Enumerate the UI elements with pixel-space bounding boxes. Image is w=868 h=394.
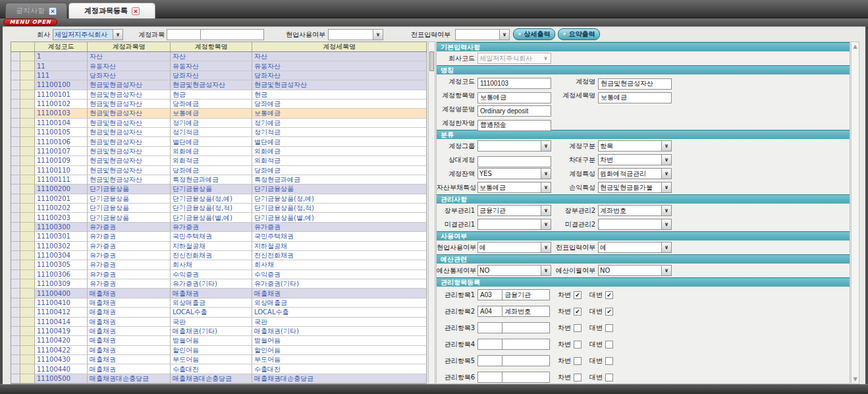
mgmt-name-input[interactable] — [502, 339, 550, 350]
credit-checkbox[interactable]: ✔ — [605, 308, 613, 316]
mgmt-code-input[interactable] — [477, 289, 502, 300]
mgmt-name-input[interactable] — [502, 372, 550, 383]
tab-close-icon[interactable]: × — [132, 7, 140, 15]
credit-checkbox[interactable] — [605, 374, 613, 381]
mgmt-code-input[interactable] — [477, 372, 502, 383]
계정명-input[interactable] — [598, 78, 672, 90]
table-row[interactable]: 11100304유가증권전신전화채권전신전화채권 — [11, 251, 427, 260]
손익특성-select[interactable]: 현금및현금등가물∨ — [598, 182, 672, 193]
debit-checkbox[interactable] — [574, 324, 582, 332]
tab-account-register[interactable]: 계정과목등록× — [68, 3, 155, 18]
mgmt-name-input[interactable] — [502, 355, 550, 366]
credit-checkbox[interactable] — [605, 357, 613, 365]
account-name-input[interactable] — [200, 29, 264, 40]
debit-checkbox[interactable] — [574, 341, 582, 349]
table-row[interactable]: 11100412매출채권LOCAL수출LOCAL수출 — [11, 308, 427, 317]
table-cell: 11100106 — [35, 137, 88, 146]
slip-entry-select[interactable]: ∨ — [455, 29, 510, 40]
mgmt-code-input[interactable] — [477, 322, 502, 333]
table-row[interactable]: 11100104현금및현금성자산정기예금정기예금 — [11, 119, 427, 128]
debit-checkbox[interactable]: ✔ — [574, 291, 582, 299]
차대구분-select[interactable]: 차변∨ — [598, 154, 672, 165]
table-row[interactable]: 11100102현금및현금성자산당좌예금당좌예금 — [11, 99, 427, 109]
company-select[interactable]: 제일저지주식회사 ∨ — [53, 29, 123, 40]
table-row[interactable]: 11100419매출채권매출채권(기타)매출채권(기타) — [11, 327, 427, 336]
table-row[interactable]: 11100500매출채권대손충당금매출채권대손충당금매출채권대손충당금 — [11, 374, 427, 383]
table-scrollbar[interactable] — [428, 42, 435, 384]
table-row[interactable]: 11100201단기금융상품단기금융상품(정,예)단기금융상품(정,예) — [11, 194, 427, 204]
table-row[interactable]: 11100109현금및현금성자산외화적금외화적금 — [11, 156, 427, 165]
table-row[interactable]: 11100430매출채권부도어음부도어음 — [11, 355, 427, 364]
table-row[interactable]: 11100422매출채권할인어음할인어음 — [11, 346, 427, 355]
table-row[interactable]: 11100103현금및현금성자산보통예금보통예금 — [11, 109, 427, 118]
table-row[interactable]: 111당좌자산당좌자산당좌자산 — [11, 71, 427, 80]
scrollbar-thumb[interactable] — [429, 51, 434, 71]
detail-print-button[interactable]: 상세출력 — [513, 28, 555, 40]
debit-checkbox[interactable] — [574, 357, 582, 365]
table-row[interactable]: 11100420매출채권받을어음받을어음 — [11, 336, 427, 345]
계정코드-input[interactable] — [477, 78, 551, 89]
mgmt-code-input[interactable] — [477, 339, 502, 350]
계정영문명-input[interactable] — [477, 105, 551, 117]
예산이월여부-select[interactable]: NO∨ — [598, 265, 672, 276]
table-row[interactable]: 11100300유가증권유가증권유가증권 — [11, 223, 427, 232]
mgmt-name-input[interactable] — [502, 306, 550, 317]
credit-checkbox[interactable] — [605, 341, 613, 349]
mgmt-name-input[interactable] — [502, 322, 550, 333]
debit-checkbox[interactable] — [574, 374, 582, 381]
table-row[interactable]: 11100400매출채권매출채권매출채권 — [11, 289, 427, 298]
현업사용여부-select[interactable]: 예∨ — [477, 242, 551, 253]
전표입력여부-select[interactable]: 예∨ — [598, 242, 672, 253]
table-row[interactable]: 1자산자산자산 — [11, 52, 427, 61]
계정구분-select[interactable]: 항목∨ — [598, 140, 672, 152]
table-row[interactable]: 11100305유가증권회사채회사채 — [11, 260, 427, 269]
장부관리2-select[interactable]: 계좌번호∨ — [598, 205, 672, 216]
table-row[interactable]: 11100410매출채권외상매출금외상매출금 — [11, 298, 427, 308]
table-row[interactable]: 11100306유가증권수익증권수익증권 — [11, 270, 427, 279]
table-row[interactable]: 11100414매출채권국판국판 — [11, 318, 427, 327]
장부관리1-select[interactable]: 금융기관∨ — [477, 205, 551, 216]
tab-notice[interactable]: 공지사항× — [5, 3, 67, 18]
table-row[interactable]: 11100440매출채권수출대전수출대전 — [11, 364, 427, 374]
table-row[interactable]: 11유동자산유동자산유동자산 — [11, 61, 427, 70]
panel-scrollbar[interactable]: ▲ ▼ — [851, 42, 859, 384]
scroll-down-icon[interactable]: ▼ — [852, 376, 859, 382]
account-code-input[interactable] — [167, 29, 201, 40]
table-row[interactable]: 11100100현금및현금성자산현금및현금성자산현금및현금성자산 — [11, 80, 427, 90]
table-row[interactable]: 11100101현금및현금성자산현금현금 — [11, 90, 427, 99]
mgmt-name-input[interactable] — [502, 289, 550, 300]
summary-print-button[interactable]: 요약출력 — [558, 28, 600, 40]
상대계정-input[interactable] — [477, 156, 551, 167]
debit-checkbox[interactable]: ✔ — [574, 308, 582, 316]
계정특성-select[interactable]: 원화예적금관리∨ — [598, 168, 672, 179]
table-row[interactable]: 11100200단기금융상품단기금융상품단기금융상품 — [11, 184, 427, 194]
table-row[interactable]: 11100202단기금융상품단기금융상품(정,적)단기금융상품(정,적) — [11, 204, 427, 213]
계정그룹-select[interactable]: ∨ — [477, 140, 551, 152]
table-row[interactable]: 11100105현금및현금성자산정기적금정기적금 — [11, 128, 427, 137]
mgmt-code-input[interactable] — [477, 306, 502, 317]
table-row[interactable]: 11100107현금및현금성자산외화예금외화예금 — [11, 147, 427, 156]
table-row[interactable]: 11100106현금및현금성자산별단예금별단예금 — [11, 137, 427, 146]
table-row[interactable]: 11100302유가증권지하철공채지하철공채 — [11, 242, 427, 251]
table-row[interactable]: 11100309유가증권유가증권(기타)유가증권(기타) — [11, 279, 427, 289]
credit-checkbox[interactable]: ✔ — [605, 291, 613, 299]
menu-open-button[interactable]: MENU OPEN — [3, 18, 57, 26]
계정한자명-input[interactable] — [477, 120, 551, 131]
자산부채특성-select[interactable]: 보통예금∨ — [477, 182, 551, 193]
계정세목명-input[interactable] — [598, 92, 672, 103]
credit-checkbox[interactable] — [605, 324, 613, 332]
미결관리2-select[interactable]: ∨ — [598, 219, 672, 230]
미결관리1-select[interactable]: ∨ — [477, 219, 551, 230]
계정항목명-input[interactable] — [477, 92, 551, 103]
예산통제여부-select[interactable]: NO∨ — [477, 265, 551, 276]
계정잔액-select[interactable]: YES∨ — [477, 168, 551, 179]
table-row[interactable]: 11100111현금및현금성자산특정현금과예금특정현금과예금 — [11, 175, 427, 184]
tab-close-icon[interactable]: × — [49, 7, 57, 15]
scroll-up-icon[interactable]: ▲ — [852, 43, 859, 49]
active-use-select[interactable]: ∨ — [328, 29, 383, 40]
table-row[interactable]: 11100301유가증권국민주택채권국민주택채권 — [11, 232, 427, 241]
table-cell: 매출채권(기타) — [171, 327, 252, 336]
mgmt-code-input[interactable] — [477, 355, 502, 366]
table-row[interactable]: 11100110현금및현금성자산당좌예금당좌예금 — [11, 166, 427, 175]
table-row[interactable]: 11100203단기금융상품단기금융상품(별,예)단기금융상품(별,예) — [11, 213, 427, 222]
